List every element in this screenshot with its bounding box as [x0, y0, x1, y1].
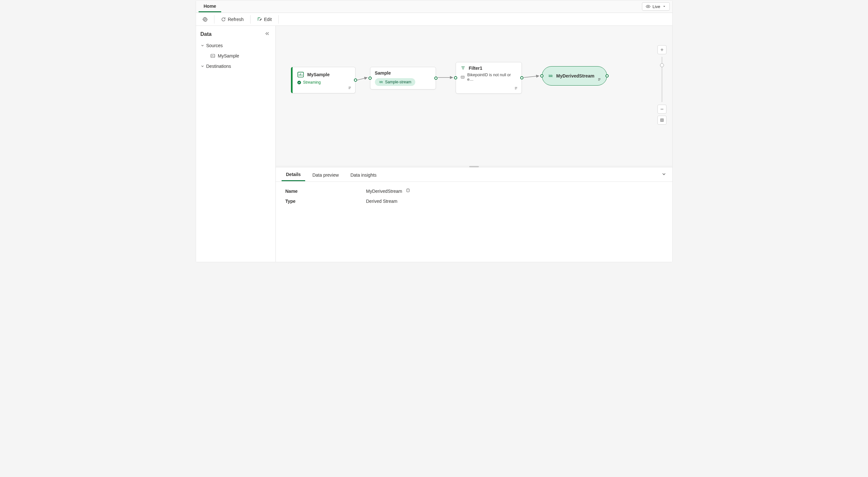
source-icon: [210, 53, 215, 58]
node-source-mysample[interactable]: MySample Streaming: [291, 67, 355, 93]
tab-data-insights[interactable]: Data insights: [346, 169, 381, 181]
grip-icon: [469, 166, 479, 167]
filter-expression: BikepointID is not null or e…: [467, 73, 517, 82]
chevron-down-icon: [661, 172, 666, 177]
sidebar-item-mysample[interactable]: MySample: [196, 51, 275, 61]
sidebar-section-destinations[interactable]: Destinations: [196, 61, 275, 71]
zoom-slider-track[interactable]: [662, 57, 662, 102]
svg-line-2: [357, 78, 368, 80]
output-port[interactable]: [354, 79, 357, 82]
sources-label: Sources: [206, 43, 223, 48]
check-circle-icon: [297, 81, 301, 85]
sidebar-title: Data: [200, 31, 212, 37]
tab-data-preview[interactable]: Data preview: [308, 169, 343, 181]
zoom-controls: [657, 45, 666, 125]
node-title: Sample: [375, 70, 391, 76]
eye-icon: [646, 4, 651, 9]
edit-icon: [257, 17, 262, 22]
svg-rect-8: [660, 119, 663, 122]
field-value-type: Derived Stream: [366, 199, 398, 204]
node-more-button[interactable]: [597, 77, 601, 83]
edit-button[interactable]: Edit: [254, 15, 275, 24]
output-port[interactable]: [520, 76, 523, 80]
svg-line-4: [524, 76, 539, 78]
node-more-button[interactable]: [514, 86, 518, 91]
body: Data Sources MySample Destinations: [196, 26, 672, 262]
list-icon: [347, 86, 352, 90]
separator: [278, 15, 279, 24]
stream-icon: [548, 73, 553, 79]
separator: [250, 15, 251, 24]
svg-rect-10: [407, 189, 409, 192]
chevron-down-icon: [662, 4, 666, 9]
zoom-slider-thumb[interactable]: [660, 63, 664, 67]
chevron-down-icon: [200, 43, 205, 48]
node-title: Filter1: [469, 65, 483, 71]
sidebar-item-label: MySample: [218, 53, 239, 58]
zoom-out-button[interactable]: [657, 105, 666, 114]
zoom-fit-button[interactable]: [657, 116, 666, 125]
refresh-label: Refresh: [228, 17, 244, 22]
gear-icon: [203, 17, 208, 22]
panel-body: Name MyDerivedStream Type Derived Stream: [276, 182, 672, 215]
stream-icon: [379, 80, 383, 84]
pill-label: Sample-stream: [385, 80, 411, 84]
input-port[interactable]: [540, 74, 544, 78]
ribbon-tabs: Home Live: [196, 0, 672, 13]
node-sample[interactable]: Sample Sample-stream: [370, 67, 436, 89]
destinations-label: Destinations: [206, 64, 231, 69]
chevron-double-left-icon: [265, 31, 270, 36]
toolbar: Refresh Edit: [196, 13, 672, 26]
output-port[interactable]: [606, 74, 609, 78]
node-derived-stream[interactable]: MyDerivedStream: [542, 66, 607, 86]
collapse-panel-button[interactable]: [661, 172, 666, 178]
output-port[interactable]: [434, 77, 438, 80]
copy-name-button[interactable]: [406, 188, 410, 194]
sidebar: Data Sources MySample Destinations: [196, 26, 276, 262]
field-label-name: Name: [285, 188, 366, 194]
separator: [214, 15, 214, 24]
filter-icon: [461, 65, 466, 71]
node-filter[interactable]: Filter1 BikepointID is not null or e…: [456, 62, 522, 94]
node-title: MyDerivedStream: [556, 73, 594, 79]
node-more-button[interactable]: [347, 86, 352, 91]
panel-tabs: Details Data preview Data insights: [276, 168, 672, 182]
source-chart-icon: [297, 71, 304, 78]
minus-icon: [660, 107, 664, 111]
live-label: Live: [653, 4, 660, 9]
svg-rect-7: [461, 76, 464, 79]
input-port[interactable]: [454, 76, 457, 80]
refresh-button[interactable]: Refresh: [218, 15, 247, 24]
svg-point-0: [647, 6, 648, 7]
tab-details[interactable]: Details: [282, 168, 306, 181]
node-status: Streaming: [303, 80, 321, 85]
bottom-panel: Details Data preview Data insights Name …: [276, 168, 672, 262]
sidebar-section-sources[interactable]: Sources: [196, 40, 275, 51]
refresh-icon: [221, 17, 226, 22]
zoom-in-button[interactable]: [657, 45, 666, 54]
flow-canvas[interactable]: MySample Streaming Sample: [276, 26, 672, 166]
field-label-type: Type: [285, 199, 366, 204]
settings-button[interactable]: [199, 15, 211, 24]
fit-icon: [660, 118, 664, 122]
chevron-down-icon: [200, 64, 205, 69]
ribbon-tab-home[interactable]: Home: [198, 1, 221, 12]
input-port[interactable]: [368, 77, 372, 80]
app-window: Home Live Refresh Edit Data: [196, 0, 673, 262]
plus-icon: [660, 48, 664, 52]
stream-pill[interactable]: Sample-stream: [375, 78, 415, 86]
list-icon: [597, 77, 601, 82]
main: MySample Streaming Sample: [276, 26, 672, 262]
column-icon: [461, 75, 465, 80]
live-mode-button[interactable]: Live: [642, 2, 670, 11]
field-value-name: MyDerivedStream: [366, 188, 402, 194]
list-icon: [514, 86, 518, 90]
node-title: MySample: [307, 72, 330, 77]
edit-label: Edit: [264, 17, 272, 22]
copy-icon: [406, 188, 410, 193]
collapse-sidebar-button[interactable]: [265, 31, 270, 37]
svg-rect-9: [661, 119, 662, 121]
